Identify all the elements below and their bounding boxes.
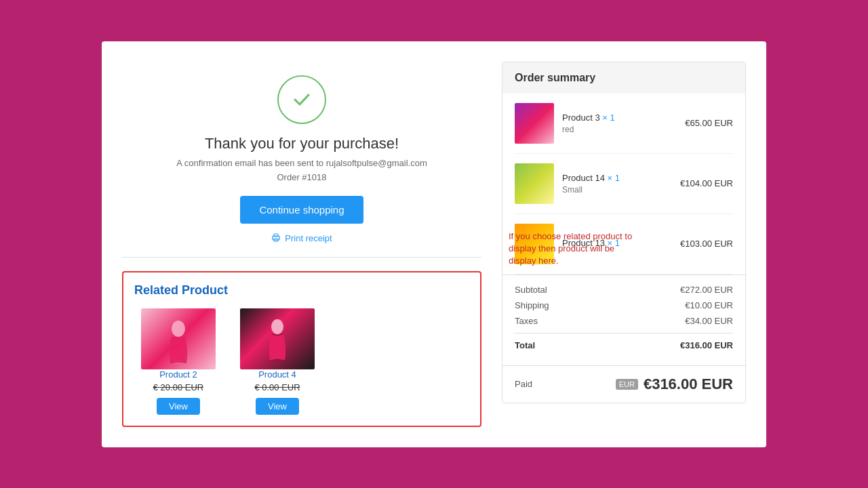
order-item-1-qty: × 1 (602, 113, 614, 123)
taxes-row: Taxes €34.00 EUR (515, 316, 733, 326)
order-item-2: Product 14 × 1 Small €104.00 EUR (515, 154, 733, 214)
shipping-label: Shipping (515, 300, 549, 310)
order-item-1-info: Product 3 × 1 red (562, 113, 677, 134)
order-item-1-image (515, 103, 554, 144)
annotation-container: If you choose related product to display… (509, 230, 637, 268)
page-container: Thank you for your purchase! A confirmat… (102, 41, 766, 447)
taxes-label: Taxes (515, 316, 538, 326)
svg-point-4 (271, 319, 283, 334)
subtotal-row: Subtotal €272.00 EUR (515, 285, 733, 295)
total-row: Total €316.00 EUR (515, 340, 733, 350)
product-4-name: Product 4 (258, 369, 296, 380)
paid-value: €316.00 EUR (644, 375, 733, 393)
subtotal-value: €272.00 EUR (680, 285, 733, 295)
order-summary-header: Order summary (502, 62, 745, 94)
left-section: Thank you for your purchase! A confirmat… (122, 62, 481, 427)
product-4-view-button[interactable]: View (256, 398, 299, 415)
product-2-name: Product 2 (159, 369, 197, 380)
order-number: Order #1018 (277, 172, 327, 182)
order-item-2-price: €104.00 EUR (680, 178, 733, 188)
products-grid: Product 2 € 20.00 EUR View (134, 308, 469, 415)
taxes-value: €34.00 EUR (685, 316, 733, 326)
product-card-4: Product 4 € 0.00 EUR View (233, 308, 321, 415)
order-item-1-name: Product 3 × 1 (562, 113, 677, 123)
related-product-section: Related Product Product 2 (122, 271, 481, 427)
product-4-price: € 0.00 EUR (254, 382, 300, 392)
thank-you-title: Thank you for your purchase! (205, 135, 399, 152)
svg-point-3 (172, 321, 185, 337)
order-item-3-price: €103.00 EUR (680, 239, 733, 249)
content-wrapper: Thank you for your purchase! A confirmat… (122, 75, 481, 427)
success-icon (277, 75, 326, 124)
order-totals: Subtotal €272.00 EUR Shipping €10.00 EUR… (502, 274, 745, 365)
paid-label: Paid (515, 379, 532, 389)
continue-shopping-button[interactable]: Continue shopping (240, 196, 363, 224)
subtotal-label: Subtotal (515, 285, 547, 295)
order-item-2-variant: Small (562, 185, 672, 195)
confirmation-email: A confirmation email has been sent to ru… (176, 158, 427, 168)
shipping-value: €10.00 EUR (685, 300, 733, 310)
product-2-image (141, 308, 216, 369)
order-item-2-image (515, 163, 554, 204)
related-product-title: Related Product (134, 283, 469, 298)
order-item-1-price: €65.00 EUR (685, 118, 733, 128)
order-item-1-variant: red (562, 125, 677, 134)
order-item-2-info: Product 14 × 1 Small (562, 173, 672, 195)
print-receipt-label: Print receipt (285, 233, 332, 243)
shipping-row: Shipping €10.00 EUR (515, 300, 733, 310)
order-item-1: Product 3 × 1 red €65.00 EUR (515, 94, 733, 154)
paid-section: Paid EUR €316.00 EUR (502, 365, 745, 403)
annotation-text: If you choose related product to display… (509, 230, 637, 268)
product-4-image (240, 308, 315, 369)
order-item-2-name: Product 14 × 1 (562, 173, 672, 183)
paid-amount: EUR €316.00 EUR (616, 375, 733, 393)
product-card-2: Product 2 € 20.00 EUR View (134, 308, 222, 415)
total-divider (515, 333, 733, 333)
product-2-view-button[interactable]: View (157, 398, 200, 415)
order-item-2-qty: × 1 (608, 173, 620, 183)
eur-badge: EUR (616, 379, 638, 390)
print-receipt-link[interactable]: Print receipt (271, 233, 332, 243)
total-label: Total (515, 340, 535, 350)
total-value: €316.00 EUR (680, 340, 733, 350)
printer-icon (271, 233, 281, 243)
product-2-price: € 20.00 EUR (153, 382, 203, 392)
section-divider (122, 257, 481, 258)
